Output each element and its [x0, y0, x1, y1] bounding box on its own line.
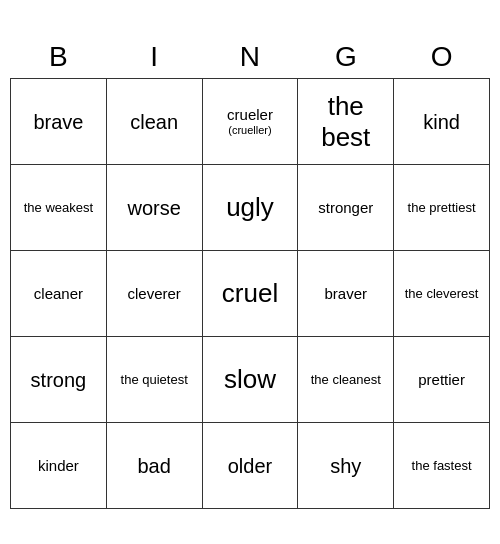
- cell-4-3: shy: [298, 423, 394, 509]
- header-letter-n: N: [202, 35, 298, 79]
- row-3: strongthe quietestslowthe cleanestpretti…: [11, 337, 490, 423]
- cell-4-0: kinder: [11, 423, 107, 509]
- cell-0-4: kind: [394, 79, 490, 165]
- cell-0-3: the best: [298, 79, 394, 165]
- cell-0-0: brave: [11, 79, 107, 165]
- cell-3-3: the cleanest: [298, 337, 394, 423]
- header-letter-o: O: [394, 35, 490, 79]
- cell-1-3: stronger: [298, 165, 394, 251]
- cell-4-4: the fastest: [394, 423, 490, 509]
- cell-1-1: worse: [106, 165, 202, 251]
- cell-0-2: crueler(crueller): [202, 79, 298, 165]
- row-4: kinderbadoldershythe fastest: [11, 423, 490, 509]
- cell-2-4: the cleverest: [394, 251, 490, 337]
- cell-0-1: clean: [106, 79, 202, 165]
- cell-3-2: slow: [202, 337, 298, 423]
- cell-2-1: cleverer: [106, 251, 202, 337]
- cell-3-0: strong: [11, 337, 107, 423]
- cell-sub-text-0-2: (crueller): [207, 124, 294, 137]
- header-letter-b: B: [11, 35, 107, 79]
- header-letter-g: G: [298, 35, 394, 79]
- row-0: bravecleancrueler(crueller)the bestkind: [11, 79, 490, 165]
- cell-2-0: cleaner: [11, 251, 107, 337]
- row-1: the weakestworseuglystrongerthe pretties…: [11, 165, 490, 251]
- cell-4-1: bad: [106, 423, 202, 509]
- header-letter-i: I: [106, 35, 202, 79]
- bingo-card: BINGO bravecleancrueler(crueller)the bes…: [10, 35, 490, 510]
- cell-3-4: prettier: [394, 337, 490, 423]
- cell-main-text-0-2: crueler: [227, 106, 273, 123]
- cell-2-3: braver: [298, 251, 394, 337]
- cell-1-4: the prettiest: [394, 165, 490, 251]
- cell-3-1: the quietest: [106, 337, 202, 423]
- cell-2-2: cruel: [202, 251, 298, 337]
- cell-1-2: ugly: [202, 165, 298, 251]
- row-2: cleanercleverercruelbraverthe cleverest: [11, 251, 490, 337]
- cell-4-2: older: [202, 423, 298, 509]
- cell-1-0: the weakest: [11, 165, 107, 251]
- header-row: BINGO: [11, 35, 490, 79]
